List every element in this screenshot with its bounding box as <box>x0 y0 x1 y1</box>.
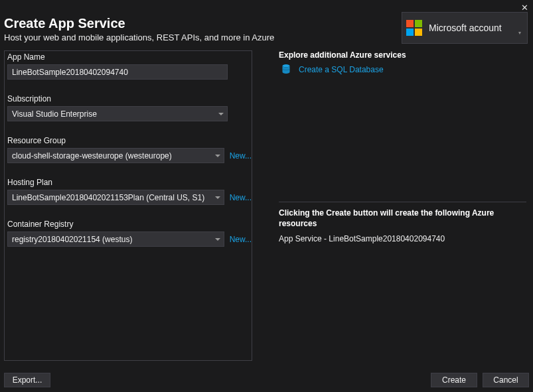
explore-heading: Explore additional Azure services <box>279 50 526 60</box>
hosting-plan-new-link[interactable]: New... <box>230 193 252 202</box>
summary-item: App Service - LineBotSample2018040209474… <box>279 234 526 243</box>
resource-group-value: cloud-shell-storage-westeurope (westeuro… <box>12 151 172 161</box>
export-button[interactable]: Export... <box>4 373 50 387</box>
chevron-down-icon[interactable]: ▾ <box>516 30 523 36</box>
account-selector[interactable]: Microsoft account ▾ <box>402 12 528 44</box>
hosting-plan-group: Hosting Plan LineBotSample20180402021153… <box>5 178 252 205</box>
hosting-plan-value: LineBotSample20180402021153Plan (Central… <box>12 193 204 202</box>
microsoft-logo-icon <box>406 20 422 36</box>
container-registry-group: Container Registry registry2018040202115… <box>5 220 252 247</box>
right-panel: Explore additional Azure services Create… <box>279 50 529 361</box>
svg-point-0 <box>283 64 290 67</box>
hosting-plan-label: Hosting Plan <box>7 178 252 187</box>
close-icon[interactable]: ✕ <box>516 3 533 13</box>
form-panel: App Name Subscription Visual Studio Ente… <box>4 50 252 361</box>
container-registry-value: registry20180402021154 (westus) <box>12 235 132 244</box>
app-name-label: App Name <box>7 52 252 62</box>
subscription-select[interactable]: Visual Studio Enterprise <box>7 106 228 121</box>
resource-group-select[interactable]: cloud-shell-storage-westeurope (westeuro… <box>7 148 224 163</box>
resource-group-label: Resource Group <box>7 136 252 145</box>
summary-heading: Clicking the Create button will create t… <box>279 208 526 229</box>
app-name-input[interactable] <box>7 64 228 80</box>
subscription-label: Subscription <box>7 94 252 103</box>
cancel-button[interactable]: Cancel <box>483 373 529 387</box>
chevron-down-icon <box>215 238 220 241</box>
container-registry-label: Container Registry <box>7 220 252 229</box>
chevron-down-icon <box>215 155 220 157</box>
subscription-group: Subscription Visual Studio Enterprise <box>5 94 252 121</box>
chevron-down-icon <box>218 113 224 115</box>
divider <box>279 202 526 202</box>
sql-database-icon <box>280 64 292 76</box>
subscription-value: Visual Studio Enterprise <box>12 109 97 119</box>
resource-group-group: Resource Group cloud-shell-storage-weste… <box>5 136 252 163</box>
app-name-group: App Name <box>5 52 252 80</box>
account-label: Microsoft account <box>429 23 516 33</box>
create-button[interactable]: Create <box>431 373 477 387</box>
resource-group-new-link[interactable]: New... <box>230 151 252 161</box>
create-sql-row: Create a SQL Database <box>279 64 526 76</box>
container-registry-select[interactable]: registry20180402021154 (westus) <box>7 231 224 247</box>
create-sql-link[interactable]: Create a SQL Database <box>299 65 384 74</box>
content: App Name Subscription Visual Studio Ente… <box>0 49 533 361</box>
hosting-plan-select[interactable]: LineBotSample20180402021153Plan (Central… <box>7 190 224 205</box>
header: Create App Service Host your web and mob… <box>0 15 533 49</box>
chevron-down-icon <box>215 196 220 199</box>
container-registry-new-link[interactable]: New... <box>230 235 252 244</box>
footer: Export... Create Cancel <box>4 372 529 388</box>
